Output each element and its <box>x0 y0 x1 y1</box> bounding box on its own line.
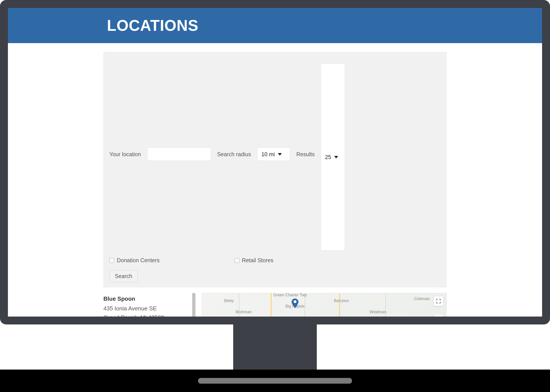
monitor-base <box>0 370 550 392</box>
location-address-line: Grand Rapids MI 49503 <box>103 313 193 316</box>
checkbox-box-icon <box>109 258 114 263</box>
map-road <box>271 293 272 316</box>
map-container: + − Google Map <box>202 293 447 316</box>
fullscreen-button[interactable] <box>434 296 443 306</box>
checkbox-box-icon <box>235 258 239 263</box>
radius-label: Search radius <box>217 151 251 158</box>
map-city-label: Bitely <box>224 298 234 303</box>
content-column: Your location Search radius 10 mi Result… <box>103 43 447 316</box>
retail-stores-label: Retail Stores <box>242 257 273 264</box>
donation-centers-label: Donation Centers <box>117 257 160 264</box>
map-road <box>239 293 239 316</box>
scrollbar-track[interactable] <box>192 293 196 316</box>
location-item: Blue Spoon 435 Ionia Avenue SE Grand Rap… <box>103 293 193 316</box>
monitor-slot <box>198 378 352 384</box>
filter-row-inputs: Your location Search radius 10 mi Result… <box>109 58 441 251</box>
zoom-in-button[interactable]: + <box>434 314 443 316</box>
map-city-label: Brohman <box>236 309 252 314</box>
donation-centers-checkbox[interactable]: Donation Centers <box>109 257 160 264</box>
results-label: Results <box>296 151 315 158</box>
retail-stores-checkbox[interactable]: Retail Stores <box>235 257 273 264</box>
search-button[interactable]: Search <box>109 270 138 282</box>
location-list[interactable]: Blue Spoon 435 Ionia Avenue SE Grand Rap… <box>103 293 196 316</box>
monitor-neck <box>233 324 317 373</box>
scrollbar-thumb[interactable] <box>192 293 195 316</box>
fullscreen-icon <box>436 299 441 303</box>
map-road <box>339 293 340 316</box>
filter-row-checks: Donation Centers Retail Stores <box>109 257 441 264</box>
svg-point-0 <box>293 300 296 303</box>
chevron-down-icon <box>334 156 338 158</box>
zoom-control: + − <box>434 314 443 316</box>
monitor-frame: LOCATIONS Your location Search radius 10… <box>0 0 550 324</box>
results-row: Blue Spoon 435 Ionia Avenue SE Grand Rap… <box>103 293 447 316</box>
map-city-label: Green Charter Twp <box>273 293 307 297</box>
filter-panel: Your location Search radius 10 mi Result… <box>103 52 447 287</box>
radius-select-value: 10 mi <box>261 151 275 158</box>
map-city-label: Weidman <box>369 309 386 314</box>
your-location-label: Your location <box>109 151 141 158</box>
plus-icon: + <box>437 316 440 316</box>
radius-select[interactable]: 10 mi <box>257 148 290 161</box>
map-city-label: Coleman <box>414 296 430 301</box>
location-name: Blue Spoon <box>103 294 193 304</box>
location-address-line: 435 Ionia Avenue SE <box>103 304 193 313</box>
page-title: LOCATIONS <box>107 17 198 34</box>
results-select[interactable]: 25 <box>321 63 345 251</box>
map-road <box>305 293 305 316</box>
chevron-down-icon <box>278 153 282 155</box>
search-button-label: Search <box>115 273 132 279</box>
map-pin-icon[interactable] <box>291 299 299 308</box>
screen: LOCATIONS Your location Search radius 10… <box>8 8 542 316</box>
page-header: LOCATIONS <box>8 8 542 43</box>
your-location-input[interactable] <box>147 148 211 161</box>
map-city-label: Barryton <box>334 298 349 303</box>
map[interactable]: + − Google Map <box>202 293 447 316</box>
results-select-value: 25 <box>325 154 331 160</box>
map-road <box>385 293 386 316</box>
